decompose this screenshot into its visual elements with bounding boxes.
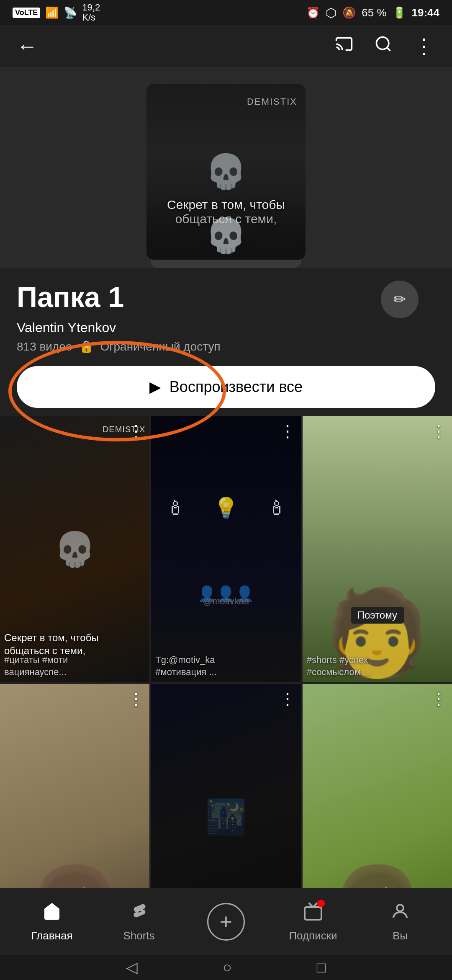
- back-button[interactable]: ←: [17, 34, 38, 58]
- lamp-icon-3: 🕯: [267, 496, 287, 520]
- skull-bottom-icon: 💀: [205, 216, 247, 255]
- shorts-icon: [129, 901, 149, 926]
- you-icon: [390, 901, 410, 926]
- edit-icon: ✏: [393, 291, 406, 308]
- playlist-header-row: Папка 1 Valentin Ytenkov 813 видео 🔒 Огр…: [17, 281, 435, 366]
- playlist-title: Папка 1: [17, 281, 435, 313]
- subscriptions-icon: [303, 901, 323, 926]
- lamp-icon-2: 💡: [213, 496, 239, 520]
- video-3-more[interactable]: ⋮: [430, 421, 447, 441]
- top-nav: ← ⋮: [0, 25, 452, 67]
- volte-indicator: VoLTE: [13, 8, 40, 18]
- shorts-label: Shorts: [123, 929, 154, 942]
- video-4-more[interactable]: ⋮: [128, 689, 144, 708]
- video-1-hashtags: #цитаты #мотивациянауспе...: [4, 654, 145, 678]
- video-item[interactable]: 🕯 💡 🕯 👤👤👤 @motivkaa ⋮ Tg:@motiv_ka#мотив…: [151, 416, 300, 682]
- gesture-bar: ◁ ○ □: [0, 955, 452, 980]
- subscriptions-label: Подписки: [289, 929, 337, 942]
- nav-you[interactable]: Вы: [367, 901, 434, 942]
- thumb-front: 💀 DEMISTIX Секрет в том, чтобыобщаться с…: [146, 84, 306, 260]
- video-1-skull: 💀: [54, 530, 96, 569]
- data-speed: 19,2K/s: [82, 3, 100, 23]
- brand-watermark: DEMISTIX: [247, 96, 297, 107]
- hero-section: 💀 DEMISTIX Секрет в том, чтобыобщаться с…: [0, 67, 452, 268]
- notification-dot: [317, 900, 325, 907]
- battery-level: 65 %: [362, 6, 386, 19]
- recents-gesture[interactable]: □: [317, 959, 326, 976]
- play-all-label: Воспроизвести все: [170, 378, 303, 396]
- video-2-hashtags: Tg:@motiv_ka#мотивация ...: [155, 654, 296, 678]
- add-icon: +: [220, 909, 232, 934]
- svg-point-4: [397, 905, 403, 911]
- video-1-more[interactable]: ⋮: [128, 421, 144, 441]
- alarm-icon: ⏰: [306, 6, 320, 19]
- signal-icon: 📶: [45, 6, 59, 19]
- battery-icon: 🔋: [393, 6, 406, 19]
- svg-point-1: [377, 37, 389, 49]
- access-label: Ограниченный доступ: [100, 340, 221, 353]
- time-display: 19:44: [412, 6, 440, 19]
- playlist-meta: 813 видео 🔒 Ограниченный доступ: [17, 340, 435, 353]
- home-gesture[interactable]: ○: [223, 959, 232, 976]
- video-2-more[interactable]: ⋮: [279, 421, 296, 441]
- cast-button[interactable]: [335, 35, 353, 57]
- video-item[interactable]: 💀 DEMISTIX ⋮ Секрет в том, чтобыобщаться…: [0, 416, 149, 682]
- video-3-art: 🧑: [303, 416, 452, 682]
- playlist-thumbnail: 💀 DEMISTIX Секрет в том, чтобыобщаться с…: [146, 84, 306, 268]
- top-nav-actions: ⋮: [335, 34, 435, 58]
- video-grid-section: 💀 DEMISTIX ⋮ Секрет в том, чтобыобщаться…: [0, 412, 452, 950]
- lock-icon: 🔒: [79, 340, 94, 353]
- therefore-badge: Поэтому: [351, 607, 404, 624]
- add-button[interactable]: +: [207, 903, 245, 941]
- bluetooth-icon: ⬡: [326, 5, 336, 20]
- home-icon: [42, 901, 62, 926]
- edit-button[interactable]: ✏: [381, 281, 419, 318]
- status-left: VoLTE 📶 📡 19,2K/s: [13, 3, 100, 23]
- svg-rect-3: [305, 907, 321, 920]
- playlist-author: Valentin Ytenkov: [17, 320, 435, 335]
- wifi-icon: 📡: [64, 6, 77, 19]
- search-button[interactable]: [374, 35, 393, 57]
- video-item[interactable]: 🧑 Поэтому ⋮ #shorts #успех#сосмыслом ...: [303, 416, 452, 682]
- back-gesture[interactable]: ◁: [126, 959, 138, 976]
- status-bar: VoLTE 📶 📡 19,2K/s ⏰ ⬡ 🔕 65 % 🔋 19:44: [0, 0, 452, 25]
- svg-line-2: [387, 48, 390, 51]
- mute-icon: 🔕: [342, 6, 356, 19]
- bottom-nav: Главная Shorts + Подписки: [0, 888, 452, 955]
- night-lights: 🕯 💡 🕯: [151, 496, 300, 520]
- home-label: Главная: [31, 929, 73, 942]
- video-3-hashtags: #shorts #успех#сосмыслом ...: [307, 654, 448, 678]
- more-button[interactable]: ⋮: [413, 34, 435, 58]
- skull-icon: 💀: [205, 152, 247, 191]
- nav-add[interactable]: +: [193, 903, 259, 941]
- you-label: Вы: [393, 929, 408, 942]
- video-2-art: 🕯 💡 🕯 👤👤👤 @motivkaa: [151, 416, 300, 682]
- video-5-more[interactable]: ⋮: [279, 689, 296, 708]
- video-3-overlay: Поэтому: [303, 607, 452, 624]
- status-right: ⏰ ⬡ 🔕 65 % 🔋 19:44: [306, 5, 439, 20]
- dark-icon: 🌃: [205, 797, 247, 837]
- thumb-bottom: 💀: [146, 201, 306, 260]
- video-count: 813 видео: [17, 340, 72, 353]
- playlist-info: Папка 1 Valentin Ytenkov 813 видео 🔒 Огр…: [0, 268, 452, 408]
- lamp-icon: 🕯: [165, 496, 185, 520]
- play-icon: ▶: [149, 378, 161, 396]
- playlist-header-left: Папка 1 Valentin Ytenkov 813 видео 🔒 Огр…: [17, 281, 435, 366]
- nav-home[interactable]: Главная: [18, 901, 85, 942]
- nav-subscriptions[interactable]: Подписки: [280, 901, 347, 942]
- video-grid: 💀 DEMISTIX ⋮ Секрет в том, чтобыобщаться…: [0, 416, 452, 950]
- nav-shorts[interactable]: Shorts: [105, 901, 172, 942]
- play-all-button[interactable]: ▶ Воспроизвести все: [17, 366, 435, 408]
- video-1-caption: Секрет в том, чтобыобщаться с теми,: [4, 631, 145, 657]
- video-6-more[interactable]: ⋮: [430, 689, 447, 708]
- tg-watermark: @motivkaa: [151, 596, 300, 607]
